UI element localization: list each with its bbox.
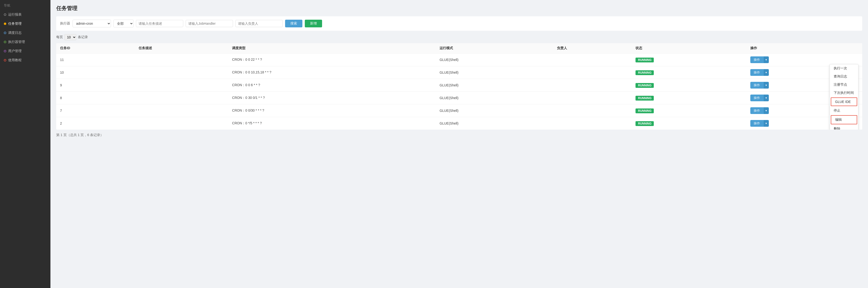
operation-arrow-button[interactable]: ▾ bbox=[763, 56, 769, 63]
sidebar-item-usage-tutorial[interactable]: 使用教程 bbox=[0, 56, 51, 65]
executor-select[interactable]: admin-cron bbox=[72, 20, 111, 27]
add-button[interactable]: 新增 bbox=[305, 20, 322, 27]
operation-main-button[interactable]: 操作 bbox=[750, 56, 763, 63]
cell-task-id: 7 bbox=[56, 104, 135, 117]
dot-icon bbox=[4, 59, 6, 61]
cell-task-id: 11 bbox=[56, 54, 135, 66]
owner-input[interactable] bbox=[236, 20, 283, 27]
status-badge: RUNNING bbox=[636, 58, 654, 62]
main-area: 任务管理 执行器 admin-cron 全部 运行中 停止 搜索 新增 每页 1… bbox=[51, 0, 868, 288]
sidebar-item-label: 使用教程 bbox=[8, 58, 22, 62]
per-page-bar: 每页 10 20 50 条记录 bbox=[56, 34, 862, 40]
dot-icon bbox=[4, 23, 6, 25]
cell-mode: GLUE(Shell) bbox=[436, 117, 553, 130]
dropdown-item-stop[interactable]: 停止 bbox=[830, 106, 858, 115]
col-header-operation: 操作 bbox=[746, 43, 862, 54]
sidebar-item-executor-management[interactable]: 执行器管理 bbox=[0, 37, 51, 46]
dropdown-item-query-log[interactable]: 查询日志 bbox=[830, 72, 858, 81]
filter-bar: 执行器 admin-cron 全部 运行中 停止 搜索 新增 bbox=[56, 16, 862, 31]
cell-status: RUNNING bbox=[632, 117, 746, 130]
dropdown-item-register-node[interactable]: 注册节点 bbox=[830, 81, 858, 89]
cell-owner bbox=[553, 54, 632, 66]
col-header-id: 任务ID bbox=[56, 43, 135, 54]
cell-task-desc bbox=[135, 117, 228, 130]
dropdown-item-glue-ide[interactable]: GLUE IDE bbox=[831, 97, 857, 106]
job-handler-input[interactable] bbox=[186, 20, 233, 27]
dot-icon bbox=[4, 50, 6, 52]
status-select[interactable]: 全部 运行中 停止 bbox=[113, 20, 133, 27]
operation-arrow-button[interactable]: ▾ bbox=[763, 107, 769, 114]
per-page-select[interactable]: 10 20 50 bbox=[64, 34, 76, 40]
col-header-schedule: 调度类型 bbox=[228, 43, 436, 54]
dot-icon bbox=[4, 13, 6, 16]
cell-owner bbox=[553, 104, 632, 117]
dropdown-item-execute-once[interactable]: 执行一次 bbox=[830, 64, 858, 72]
dropdown-item-delete[interactable]: 删除 bbox=[830, 125, 858, 130]
cell-schedule: CRON：0 0 10,15,18 * * ? bbox=[228, 66, 436, 79]
operation-arrow-button[interactable]: ▾ bbox=[763, 120, 769, 127]
dropdown-item-edit[interactable]: 编辑 bbox=[831, 115, 857, 124]
cell-schedule: CRON：0 0 6 * * ? bbox=[228, 79, 436, 92]
sidebar-item-user-management[interactable]: 用户管理 bbox=[0, 46, 51, 56]
sidebar-item-running-report[interactable]: 运行报表 bbox=[0, 10, 51, 19]
cell-mode: GLUE(Shell) bbox=[436, 79, 553, 92]
operation-dropdown-menu: 执行一次查询日志注册节点下次执行时间GLUE IDE停止编辑删除复制 bbox=[830, 64, 858, 130]
table-row: 7CRON：0 0/30 * * * ?GLUE(Shell)RUNNING操作… bbox=[56, 104, 862, 117]
sidebar-item-task-management[interactable]: 任务管理 bbox=[0, 19, 51, 28]
operation-main-button[interactable]: 操作 bbox=[750, 95, 763, 101]
sidebar: 导航 运行报表 任务管理 调度日志 执行器管理 用户管理 使用教程 bbox=[0, 0, 51, 288]
cell-task-id: 10 bbox=[56, 66, 135, 79]
task-table-container: 任务ID 任务描述 调度类型 运行模式 负责人 状态 操作 11CRON：0 0… bbox=[56, 43, 862, 130]
sidebar-item-label: 调度日志 bbox=[8, 31, 22, 35]
sidebar-item-schedule-log[interactable]: 调度日志 bbox=[0, 28, 51, 37]
operation-arrow-button[interactable]: ▾ bbox=[763, 69, 769, 76]
status-badge: RUNNING bbox=[636, 121, 654, 126]
page-title: 任务管理 bbox=[56, 5, 862, 12]
table-row: 11CRON：0 0 22 * * ?GLUE(Shell)RUNNING操作▾… bbox=[56, 54, 862, 66]
dot-icon bbox=[4, 32, 6, 34]
task-desc-input[interactable] bbox=[136, 20, 183, 27]
operation-arrow-button[interactable]: ▾ bbox=[763, 82, 769, 89]
per-page-label-before: 每页 bbox=[56, 35, 63, 39]
status-badge: RUNNING bbox=[636, 96, 654, 101]
table-row: 9CRON：0 0 6 * * ?GLUE(Shell)RUNNING操作▾ bbox=[56, 79, 862, 92]
pagination-info: 第 1 页（总共 1 页，6 条记录） bbox=[56, 133, 862, 137]
cell-task-desc bbox=[135, 66, 228, 79]
cell-task-desc bbox=[135, 92, 228, 104]
cell-schedule: CRON：0 */5 * * * ? bbox=[228, 117, 436, 130]
sidebar-item-label: 任务管理 bbox=[8, 22, 22, 26]
executor-label: 执行器 bbox=[60, 21, 70, 26]
cell-status: RUNNING bbox=[632, 54, 746, 66]
cell-schedule: CRON：0 30 0/1 * * ? bbox=[228, 92, 436, 104]
cell-task-id: 2 bbox=[56, 117, 135, 130]
operation-btn-group: 操作▾执行一次查询日志注册节点下次执行时间GLUE IDE停止编辑删除复制 bbox=[750, 56, 858, 63]
status-badge: RUNNING bbox=[636, 70, 654, 75]
cell-operation: 操作▾执行一次查询日志注册节点下次执行时间GLUE IDE停止编辑删除复制 bbox=[746, 54, 862, 66]
operation-main-button[interactable]: 操作 bbox=[750, 107, 763, 114]
sidebar-title: 导航 bbox=[0, 0, 51, 10]
status-badge: RUNNING bbox=[636, 83, 654, 88]
cell-status: RUNNING bbox=[632, 104, 746, 117]
cell-task-desc bbox=[135, 79, 228, 92]
cell-task-id: 8 bbox=[56, 92, 135, 104]
operation-main-button[interactable]: 操作 bbox=[750, 69, 763, 76]
cell-mode: GLUE(Shell) bbox=[436, 66, 553, 79]
cell-status: RUNNING bbox=[632, 66, 746, 79]
search-button[interactable]: 搜索 bbox=[285, 20, 302, 27]
dropdown-item-next-exec-time[interactable]: 下次执行时间 bbox=[830, 89, 858, 97]
cell-owner bbox=[553, 79, 632, 92]
cell-owner bbox=[553, 92, 632, 104]
sidebar-item-label: 用户管理 bbox=[8, 49, 22, 53]
cell-schedule: CRON：0 0/30 * * * ? bbox=[228, 104, 436, 117]
cell-task-desc bbox=[135, 104, 228, 117]
table-header-row: 任务ID 任务描述 调度类型 运行模式 负责人 状态 操作 bbox=[56, 43, 862, 54]
table-row: 2CRON：0 */5 * * * ?GLUE(Shell)RUNNING操作▾ bbox=[56, 117, 862, 130]
operation-main-button[interactable]: 操作 bbox=[750, 82, 763, 89]
operation-arrow-button[interactable]: ▾ bbox=[763, 95, 769, 101]
content-area: 任务管理 执行器 admin-cron 全部 运行中 停止 搜索 新增 每页 1… bbox=[51, 0, 868, 288]
cell-schedule: CRON：0 0 22 * * ? bbox=[228, 54, 436, 66]
col-header-status: 状态 bbox=[632, 43, 746, 54]
sidebar-item-label: 执行器管理 bbox=[8, 40, 25, 44]
cell-status: RUNNING bbox=[632, 79, 746, 92]
operation-main-button[interactable]: 操作 bbox=[750, 120, 763, 127]
